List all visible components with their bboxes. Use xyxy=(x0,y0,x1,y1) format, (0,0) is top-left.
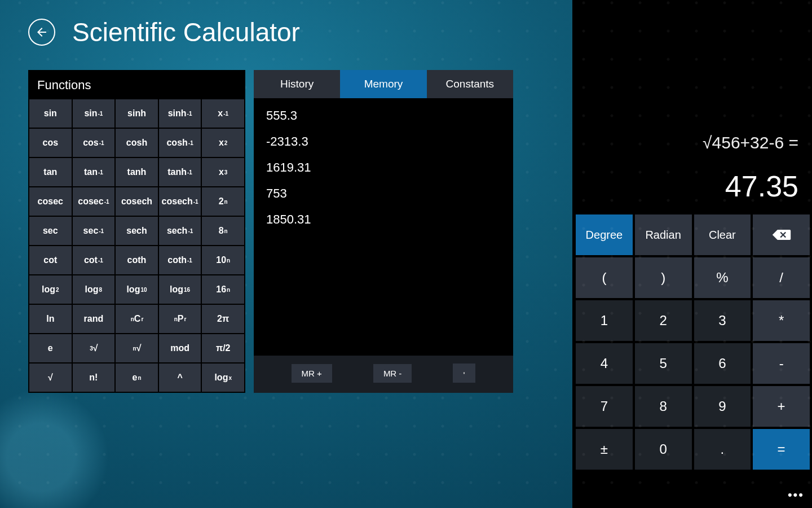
fn-pow[interactable]: ^ xyxy=(159,364,201,392)
fn-2n[interactable]: 2n xyxy=(202,187,244,216)
fn-fact[interactable]: n! xyxy=(73,364,115,392)
key-multiply[interactable]: * xyxy=(753,300,810,341)
key-minus[interactable]: - xyxy=(753,343,810,384)
fn-acosh[interactable]: cosh-1 xyxy=(159,129,201,157)
fn-cosec[interactable]: cosec xyxy=(29,187,72,216)
fn-sqrt[interactable]: √ xyxy=(29,364,72,392)
tab-constants[interactable]: Constants xyxy=(427,70,513,98)
key-0[interactable]: 0 xyxy=(635,429,692,470)
fn-npr[interactable]: nPr xyxy=(159,305,201,333)
key-4[interactable]: 4 xyxy=(576,343,633,384)
memory-item[interactable]: 1850.31 xyxy=(266,212,501,227)
fn-sinh[interactable]: sinh xyxy=(116,99,158,128)
fn-cbrt[interactable]: 3√ xyxy=(73,334,115,362)
key-plus[interactable]: + xyxy=(753,386,810,427)
key-1[interactable]: 1 xyxy=(576,300,633,341)
memory-clear-button[interactable] xyxy=(453,364,475,383)
backspace-icon xyxy=(771,229,792,241)
trash-icon xyxy=(463,369,465,378)
fn-acos[interactable]: cos-1 xyxy=(73,129,115,157)
key-clear[interactable]: Clear xyxy=(694,214,751,255)
memory-item[interactable]: -2313.3 xyxy=(266,134,501,149)
key-negate[interactable]: ± xyxy=(576,429,633,470)
fn-sin[interactable]: sin xyxy=(29,99,72,128)
fn-ncr[interactable]: nCr xyxy=(116,305,158,333)
fn-tan[interactable]: tan xyxy=(29,158,72,186)
functions-grid: sinsin-1sinhsinh-1x-1coscos-1coshcosh-1x… xyxy=(28,98,245,393)
fn-cube[interactable]: x3 xyxy=(202,158,244,186)
keypad: DegreeRadianClear()%/123*456-789+±0.= xyxy=(573,214,812,472)
fn-en[interactable]: en xyxy=(116,364,158,392)
fn-nroot[interactable]: n√ xyxy=(116,334,158,362)
fn-logx[interactable]: logx xyxy=(202,364,244,392)
key-2[interactable]: 2 xyxy=(635,300,692,341)
fn-acosec[interactable]: cosec-1 xyxy=(73,187,115,216)
fn-cos[interactable]: cos xyxy=(29,129,72,157)
tab-history[interactable]: History xyxy=(254,70,340,98)
memory-item[interactable]: 753 xyxy=(266,186,501,201)
center-tabs: HistoryMemoryConstants xyxy=(254,70,513,98)
fn-acoth[interactable]: coth-1 xyxy=(159,246,201,274)
key-7[interactable]: 7 xyxy=(576,386,633,427)
fn-square[interactable]: x2 xyxy=(202,129,244,157)
key-lparen[interactable]: ( xyxy=(576,257,633,298)
fn-log16[interactable]: log16 xyxy=(159,275,201,304)
fn-2pi[interactable]: 2π xyxy=(202,305,244,333)
arrow-left-icon xyxy=(35,25,48,39)
fn-log10[interactable]: log10 xyxy=(116,275,158,304)
fn-asec[interactable]: sec-1 xyxy=(73,217,115,245)
fn-inverse[interactable]: x-1 xyxy=(202,99,244,128)
tab-memory[interactable]: Memory xyxy=(340,70,426,98)
memory-item[interactable]: 1619.31 xyxy=(266,160,501,175)
key-divide[interactable]: / xyxy=(753,257,810,298)
fn-atanh[interactable]: tanh-1 xyxy=(159,158,201,186)
key-radian[interactable]: Radian xyxy=(635,214,692,255)
fn-acosech[interactable]: cosech-1 xyxy=(159,187,201,216)
fn-pihalf[interactable]: π/2 xyxy=(202,334,244,362)
fn-cosh[interactable]: cosh xyxy=(116,129,158,157)
display: √456+32-6 = 47.35 xyxy=(573,0,812,214)
key-degree[interactable]: Degree xyxy=(576,214,633,255)
memory-item[interactable]: 555.3 xyxy=(266,108,501,123)
fn-ln[interactable]: ln xyxy=(29,305,72,333)
more-menu-button[interactable]: ••• xyxy=(788,488,804,502)
mr-plus-button[interactable]: MR + xyxy=(292,364,332,383)
fn-8n[interactable]: 8n xyxy=(202,217,244,245)
fn-log8[interactable]: log8 xyxy=(73,275,115,304)
fn-cosech[interactable]: cosech xyxy=(116,187,158,216)
key-backspace[interactable] xyxy=(753,214,810,255)
functions-title: Functions xyxy=(28,70,245,98)
key-5[interactable]: 5 xyxy=(635,343,692,384)
key-6[interactable]: 6 xyxy=(694,343,751,384)
key-percent[interactable]: % xyxy=(694,257,751,298)
fn-16n[interactable]: 16n xyxy=(202,275,244,304)
key-decimal[interactable]: . xyxy=(694,429,751,470)
fn-atan[interactable]: tan-1 xyxy=(73,158,115,186)
fn-cot[interactable]: cot xyxy=(29,246,72,274)
fn-10n[interactable]: 10n xyxy=(202,246,244,274)
key-9[interactable]: 9 xyxy=(694,386,751,427)
fn-rand[interactable]: rand xyxy=(73,305,115,333)
key-8[interactable]: 8 xyxy=(635,386,692,427)
page-title: Scientific Calculator xyxy=(72,17,300,47)
display-result: 47.35 xyxy=(587,169,798,203)
fn-sech[interactable]: sech xyxy=(116,217,158,245)
back-button[interactable] xyxy=(28,19,55,46)
fn-acot[interactable]: cot-1 xyxy=(73,246,115,274)
fn-sec[interactable]: sec xyxy=(29,217,72,245)
key-equals[interactable]: = xyxy=(753,429,810,470)
key-rparen[interactable]: ) xyxy=(635,257,692,298)
functions-panel: Functions sinsin-1sinhsinh-1x-1coscos-1c… xyxy=(28,70,245,393)
fn-asinh[interactable]: sinh-1 xyxy=(159,99,201,128)
fn-asech[interactable]: sech-1 xyxy=(159,217,201,245)
calculator-panel: √456+32-6 = 47.35 DegreeRadianClear()%/1… xyxy=(572,0,812,508)
fn-tanh[interactable]: tanh xyxy=(116,158,158,186)
fn-mod[interactable]: mod xyxy=(159,334,201,362)
fn-log2[interactable]: log2 xyxy=(29,275,72,304)
fn-coth[interactable]: coth xyxy=(116,246,158,274)
mr-minus-button[interactable]: MR - xyxy=(373,364,412,383)
fn-e[interactable]: e xyxy=(29,334,72,362)
key-3[interactable]: 3 xyxy=(694,300,751,341)
display-expression: √456+32-6 = xyxy=(587,133,798,152)
fn-asin[interactable]: sin-1 xyxy=(73,99,115,128)
